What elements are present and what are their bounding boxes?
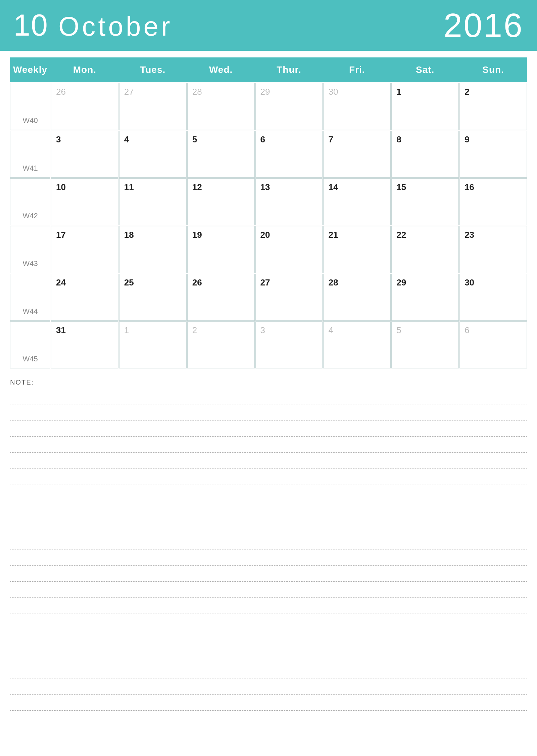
note-line xyxy=(10,646,527,662)
day-cell: 3 xyxy=(255,321,323,368)
col-header-mon: Mon. xyxy=(51,58,118,81)
note-line xyxy=(10,582,527,598)
month-number: 10 xyxy=(13,8,48,43)
day-cell: 28 xyxy=(187,83,255,130)
col-header-sat: Sat. xyxy=(391,58,459,81)
col-header-thu: Thur. xyxy=(255,58,323,81)
notes-lines xyxy=(10,388,527,711)
week-label-w42: W42 xyxy=(10,178,50,225)
notes-section: NOTE: xyxy=(0,368,537,711)
note-line xyxy=(10,614,527,630)
day-cell: 31 xyxy=(51,321,118,368)
day-cell: 16 xyxy=(459,178,527,225)
note-line xyxy=(10,630,527,646)
day-cell: 2 xyxy=(459,83,527,130)
day-cell: 26 xyxy=(187,274,255,321)
note-line xyxy=(10,678,527,695)
week-label-w41: W41 xyxy=(10,131,50,178)
day-cell: 15 xyxy=(391,178,459,225)
note-line xyxy=(10,404,527,420)
day-cell: 14 xyxy=(323,178,391,225)
calendar-wrapper: Weekly Mon. Tues. Wed. Thur. Fri. Sat. S… xyxy=(0,51,537,368)
day-cell: 27 xyxy=(119,83,187,130)
col-header-wed: Wed. xyxy=(187,58,255,81)
day-cell: 1 xyxy=(391,83,459,130)
note-line xyxy=(10,453,527,469)
note-line xyxy=(10,501,527,517)
day-cell: 20 xyxy=(255,226,323,273)
col-header-fri: Fri. xyxy=(323,58,391,81)
week-label-w45: W45 xyxy=(10,321,50,368)
day-cell: 26 xyxy=(51,83,118,130)
day-cell: 5 xyxy=(187,131,255,178)
day-cell: 29 xyxy=(391,274,459,321)
note-line xyxy=(10,388,527,404)
note-line xyxy=(10,549,527,566)
week-label-w44: W44 xyxy=(10,274,50,321)
day-cell: 18 xyxy=(119,226,187,273)
note-line xyxy=(10,437,527,453)
day-cell: 23 xyxy=(459,226,527,273)
day-cell: 2 xyxy=(187,321,255,368)
month-name: October xyxy=(58,11,173,42)
day-cell: 3 xyxy=(51,131,118,178)
day-cell: 8 xyxy=(391,131,459,178)
week-label-w40: W40 xyxy=(10,83,50,130)
day-cell: 7 xyxy=(323,131,391,178)
day-cell: 21 xyxy=(323,226,391,273)
calendar-header: 10 October 2016 xyxy=(0,0,537,51)
note-line xyxy=(10,533,527,549)
day-cell: 4 xyxy=(323,321,391,368)
day-cell: 30 xyxy=(459,274,527,321)
day-cell: 5 xyxy=(391,321,459,368)
day-cell: 4 xyxy=(119,131,187,178)
day-cell: 24 xyxy=(51,274,118,321)
day-cell: 27 xyxy=(255,274,323,321)
note-line xyxy=(10,469,527,485)
day-cell: 1 xyxy=(119,321,187,368)
header-left: 10 October xyxy=(13,8,173,43)
day-cell: 19 xyxy=(187,226,255,273)
note-line xyxy=(10,662,527,678)
note-line xyxy=(10,598,527,614)
week-label-w43: W43 xyxy=(10,226,50,273)
day-cell: 11 xyxy=(119,178,187,225)
day-cell: 25 xyxy=(119,274,187,321)
day-cell: 6 xyxy=(255,131,323,178)
day-cell: 12 xyxy=(187,178,255,225)
day-cell: 17 xyxy=(51,226,118,273)
col-header-weekly: Weekly xyxy=(10,58,50,81)
col-header-sun: Sun. xyxy=(459,58,527,81)
col-header-tue: Tues. xyxy=(119,58,187,81)
day-cell: 29 xyxy=(255,83,323,130)
calendar-grid: W40262728293012W413456789W42101112131415… xyxy=(10,83,527,368)
note-line xyxy=(10,695,527,711)
day-cell: 22 xyxy=(391,226,459,273)
notes-label: NOTE: xyxy=(10,379,527,386)
day-cell: 9 xyxy=(459,131,527,178)
day-cell: 28 xyxy=(323,274,391,321)
year: 2016 xyxy=(444,6,524,45)
note-line xyxy=(10,566,527,582)
note-line xyxy=(10,420,527,437)
day-cell: 10 xyxy=(51,178,118,225)
day-cell: 30 xyxy=(323,83,391,130)
day-cell: 6 xyxy=(459,321,527,368)
note-line xyxy=(10,517,527,533)
day-cell: 13 xyxy=(255,178,323,225)
note-line xyxy=(10,485,527,501)
column-headers: Weekly Mon. Tues. Wed. Thur. Fri. Sat. S… xyxy=(10,57,527,82)
